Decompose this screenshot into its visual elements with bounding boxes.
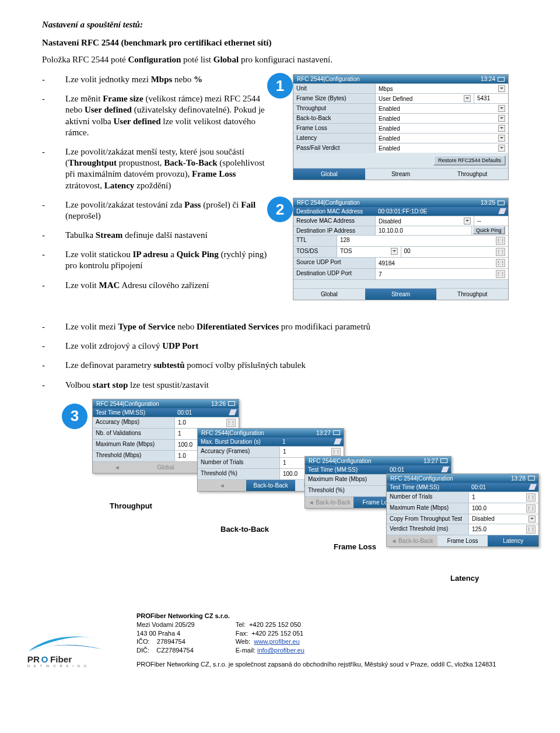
tab-throughput[interactable]: Throughput bbox=[436, 289, 508, 300]
tab-global[interactable]: Global bbox=[141, 462, 190, 473]
stepper-icon[interactable]: ⋮⋮ bbox=[526, 504, 536, 513]
dest-mac-row[interactable]: Destination MAC Address00:03:01:FF:1D:0E bbox=[293, 207, 508, 216]
edit-icon[interactable] bbox=[498, 208, 506, 214]
header-row[interactable]: Test Time (MM:SS)00:01 bbox=[305, 465, 451, 474]
stepper-icon[interactable]: ⋮⋮ bbox=[496, 248, 505, 256]
stepper-icon[interactable]: ⋮⋮ bbox=[526, 493, 536, 501]
label: TTL bbox=[293, 236, 337, 246]
tab-throughput[interactable]: Throughput bbox=[436, 169, 508, 180]
svg-text:Fiber: Fiber bbox=[50, 654, 72, 664]
header-row[interactable]: Test Time (MM:SS)00:01 bbox=[387, 483, 538, 492]
stepper-icon[interactable]: ⋮⋮ bbox=[526, 525, 536, 534]
chevron-down-icon[interactable] bbox=[464, 218, 471, 225]
label: Number of Trials bbox=[198, 458, 280, 468]
stepper-icon[interactable]: ⋮⋮ bbox=[496, 270, 505, 278]
footer-mail-link[interactable]: info@profiber.eu bbox=[257, 647, 304, 654]
stepper-icon[interactable]: ⋮⋮ bbox=[496, 237, 505, 245]
value: +420 225 152 051 bbox=[251, 630, 303, 637]
window-title: RFC 2544|Configuration bbox=[96, 401, 159, 407]
window-title: RFC 2544|Configuration bbox=[201, 430, 264, 436]
value: 00:01 bbox=[471, 484, 486, 490]
page-heading: Nastavení a spouštění testů: bbox=[42, 20, 518, 30]
footer-web-link[interactable]: www.profiber.eu bbox=[254, 638, 299, 645]
label: Verdict Threshold (ms) bbox=[387, 524, 469, 535]
label: Test Time (MM:SS) bbox=[93, 408, 174, 417]
label: Back-to-Back bbox=[293, 114, 376, 123]
tab-back-to-back[interactable]: ◄ Back-to-Back bbox=[305, 497, 354, 508]
company-logo: PR O Fiber N E T W O R K I N G bbox=[23, 612, 123, 669]
chevron-down-icon[interactable] bbox=[464, 95, 471, 102]
restore-defaults-button[interactable]: Restore RFC2544 Defaults bbox=[433, 155, 506, 166]
tab-back-to-back[interactable]: Back-to-Back bbox=[246, 480, 295, 491]
cascade-label-throughput: Throughput bbox=[110, 501, 152, 510]
chevron-down-icon[interactable] bbox=[498, 115, 505, 122]
value: Enabled bbox=[379, 145, 400, 152]
battery-icon bbox=[228, 401, 235, 406]
chevron-down-icon[interactable] bbox=[391, 248, 398, 255]
chevron-down-icon[interactable] bbox=[498, 85, 505, 92]
tab-stream[interactable]: Stream bbox=[365, 169, 437, 180]
header-row[interactable]: Max. Burst Duration (s)1 bbox=[198, 437, 344, 446]
value: Enabled bbox=[379, 125, 400, 132]
window-titlebar: RFC 2544|Configuration13:28 bbox=[387, 474, 538, 483]
window-titlebar: RFC 2544|Configuration13:27 bbox=[198, 429, 344, 437]
value: 1 bbox=[282, 439, 286, 445]
label: DIČ: bbox=[136, 647, 149, 654]
intro-text: Položka RFC 2544 poté Configuration poté… bbox=[42, 55, 518, 65]
window-titlebar: RFC 2544|Configuration13:27 bbox=[305, 457, 451, 465]
label: Frame Loss bbox=[293, 124, 376, 133]
footer-address-1: Mezi Vodami 205/29 bbox=[136, 620, 195, 629]
label: Destination IP Address bbox=[293, 226, 376, 235]
text: Položka RFC 2544 poté bbox=[42, 55, 128, 64]
clock: 13:28 bbox=[511, 475, 526, 482]
cascade-label-back-to-back: Back-to-Back bbox=[220, 525, 269, 534]
window-titlebar: RFC 2544|Configuration13:26 bbox=[93, 399, 239, 408]
stepper-icon[interactable]: ⋮⋮ bbox=[331, 448, 341, 456]
stepper-icon[interactable]: ⋮⋮ bbox=[496, 259, 505, 267]
label: TOS/DS bbox=[293, 247, 337, 257]
value: 27894754 bbox=[157, 638, 186, 645]
value: Enabled bbox=[379, 106, 400, 112]
chevron-down-icon[interactable] bbox=[498, 125, 505, 132]
text: Global bbox=[214, 55, 239, 64]
bullet-item: Volbou start stop lze test spustit/zasta… bbox=[42, 380, 518, 391]
label: Maximum Rate (Mbps) bbox=[305, 475, 387, 485]
chevron-down-icon[interactable] bbox=[528, 515, 536, 522]
value: Disabled bbox=[472, 515, 495, 522]
edit-icon[interactable] bbox=[528, 484, 537, 490]
label: Resolve MAC Address bbox=[293, 216, 376, 226]
chevron-down-icon[interactable] bbox=[498, 135, 505, 142]
bullet-item: Lze volit jednotky mezi Mbps nebo % bbox=[42, 74, 270, 85]
label: Tel: bbox=[236, 621, 246, 628]
value: Mbps bbox=[379, 86, 393, 92]
chevron-down-icon[interactable] bbox=[498, 145, 505, 152]
label: Threshold (%) bbox=[305, 486, 387, 496]
tab-stream[interactable]: Stream bbox=[365, 289, 437, 300]
tab-back-to-back[interactable]: ◄ Back-to-Back bbox=[387, 535, 438, 546]
value: Enabled bbox=[379, 135, 400, 142]
tab-global[interactable]: Global bbox=[293, 169, 365, 180]
tab-frame-loss[interactable]: Frame Loss bbox=[438, 535, 488, 546]
value: 00:01 bbox=[390, 467, 404, 473]
tab-latency[interactable]: Latency bbox=[488, 535, 538, 546]
value: 1 bbox=[472, 494, 475, 500]
value: Enabled bbox=[379, 115, 400, 122]
value: 128 bbox=[340, 237, 350, 245]
clock: 13:25 bbox=[481, 199, 495, 206]
quick-ping-button[interactable]: Quick Ping bbox=[473, 226, 505, 234]
tab-scroll-left[interactable]: ◄ bbox=[198, 480, 246, 491]
badge-1: 1 bbox=[267, 73, 293, 99]
edit-icon[interactable] bbox=[441, 467, 449, 472]
edit-icon[interactable] bbox=[334, 439, 342, 444]
chevron-down-icon[interactable] bbox=[498, 105, 505, 112]
tab-global[interactable]: Global bbox=[293, 289, 365, 300]
edit-icon[interactable] bbox=[229, 409, 237, 415]
header-row[interactable]: Test Time (MM:SS)00:01 bbox=[93, 408, 239, 417]
stepper-icon[interactable]: ⋮⋮ bbox=[226, 419, 236, 427]
label: Latency bbox=[293, 134, 376, 143]
tab-scroll-left[interactable]: ◄ bbox=[93, 462, 141, 473]
label: Number of Trials bbox=[387, 492, 469, 503]
cascade-label-latency: Latency bbox=[450, 574, 479, 583]
window-title: RFC 2544|Configuration bbox=[309, 458, 372, 464]
bullet-list-full: Lze volit mezi Type of Service nebo Dife… bbox=[42, 321, 518, 391]
